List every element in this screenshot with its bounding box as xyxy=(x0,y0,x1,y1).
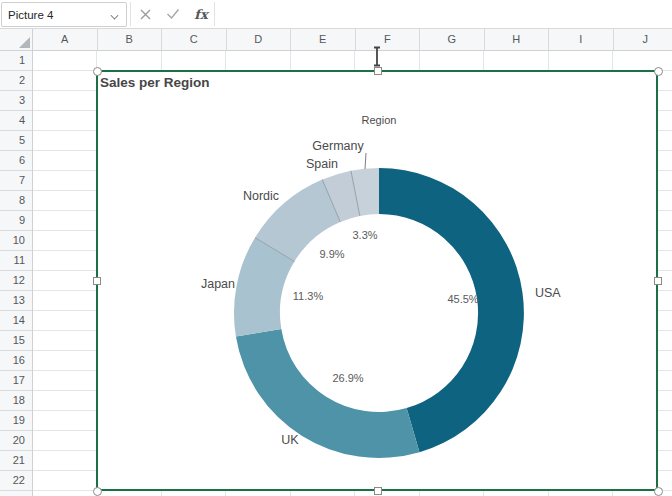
cancel-button[interactable] xyxy=(134,4,156,24)
row-header-3[interactable]: 3 xyxy=(0,91,32,111)
selection-handle-middle-right[interactable] xyxy=(654,277,662,285)
selection-handle-top-right[interactable] xyxy=(654,67,663,76)
row-header-1[interactable]: 1 xyxy=(0,51,32,71)
row-header-6[interactable]: 6 xyxy=(0,151,32,171)
column-header-J[interactable]: J xyxy=(614,29,672,50)
donut-chart[interactable]: Region USA45.5%UK26.9%Japan11.3%Nordic9.… xyxy=(98,72,656,489)
row-header-10[interactable]: 10 xyxy=(0,231,32,251)
row-headers: 12345678910111213141516171819202122 xyxy=(0,51,33,496)
selected-picture[interactable]: Sales per Region Region USA45.5%UK26.9%J… xyxy=(96,70,658,491)
selection-handle-top-left[interactable] xyxy=(93,67,102,76)
divider xyxy=(214,2,215,26)
selection-handle-bottom-right[interactable] xyxy=(654,487,663,496)
column-headers: ABCDEFGHIJ xyxy=(33,29,672,51)
slice-percent-Spain: 3.3% xyxy=(352,229,377,241)
column-header-F[interactable]: F xyxy=(356,29,421,50)
row-header-19[interactable]: 19 xyxy=(0,411,32,431)
enter-button[interactable] xyxy=(162,4,184,24)
slice-percent-Japan: 11.3% xyxy=(293,290,324,302)
slice-percent-USA: 45.5% xyxy=(447,293,478,305)
fx-icon: fx xyxy=(194,7,207,22)
column-header-B[interactable]: B xyxy=(98,29,163,50)
column-header-G[interactable]: G xyxy=(420,29,485,50)
donut-slice-USA[interactable] xyxy=(379,168,524,452)
slice-percent-Nordic: 9.9% xyxy=(319,248,344,260)
slice-label-UK: UK xyxy=(281,433,299,447)
row-header-17[interactable]: 17 xyxy=(0,371,32,391)
germany-leader-line xyxy=(365,153,366,169)
select-all-corner[interactable] xyxy=(0,29,33,51)
row-header-18[interactable]: 18 xyxy=(0,391,32,411)
column-header-I[interactable]: I xyxy=(549,29,614,50)
column-header-H[interactable]: H xyxy=(485,29,550,50)
divider xyxy=(130,2,131,26)
column-header-A[interactable]: A xyxy=(33,29,98,50)
row-header-4[interactable]: 4 xyxy=(0,111,32,131)
slice-label-Germany: Germany xyxy=(312,139,364,153)
row-header-14[interactable]: 14 xyxy=(0,311,32,331)
column-header-D[interactable]: D xyxy=(227,29,292,50)
selection-handle-bottom-left[interactable] xyxy=(93,487,102,496)
row-header-20[interactable]: 20 xyxy=(0,431,32,451)
row-header-13[interactable]: 13 xyxy=(0,291,32,311)
ibeam-cursor xyxy=(371,46,383,67)
column-header-C[interactable]: C xyxy=(162,29,227,50)
row-header-2[interactable]: 2 xyxy=(0,71,32,91)
selection-handle-top-middle[interactable] xyxy=(374,67,382,75)
chart-legend-title: Region xyxy=(362,114,397,126)
row-header-12[interactable]: 12 xyxy=(0,271,32,291)
insert-function-button[interactable]: fx xyxy=(190,4,212,24)
row-header-11[interactable]: 11 xyxy=(0,251,32,271)
slice-label-Nordic: Nordic xyxy=(243,189,279,203)
cancel-icon xyxy=(139,8,152,21)
name-box[interactable]: Picture 4 xyxy=(1,2,127,27)
check-icon xyxy=(166,8,180,20)
formula-input[interactable] xyxy=(216,0,672,28)
selection-handle-middle-left[interactable] xyxy=(93,277,101,285)
slice-label-Japan: Japan xyxy=(201,277,235,291)
chevron-down-icon[interactable] xyxy=(111,11,119,19)
row-header-15[interactable]: 15 xyxy=(0,331,32,351)
formula-bar-row: Picture 4 fx xyxy=(0,0,672,29)
row-header-21[interactable]: 21 xyxy=(0,451,32,471)
column-header-E[interactable]: E xyxy=(291,29,356,50)
name-box-value: Picture 4 xyxy=(2,9,111,21)
selection-handle-bottom-middle[interactable] xyxy=(374,487,382,495)
row-header-16[interactable]: 16 xyxy=(0,351,32,371)
select-all-triangle-icon xyxy=(19,37,30,48)
slice-label-USA: USA xyxy=(535,286,561,300)
slice-label-Spain: Spain xyxy=(306,157,338,171)
slice-percent-UK: 26.9% xyxy=(332,372,363,384)
row-header-7[interactable]: 7 xyxy=(0,171,32,191)
donut-slice-UK[interactable] xyxy=(236,329,420,458)
row-header-8[interactable]: 8 xyxy=(0,191,32,211)
row-header-9[interactable]: 9 xyxy=(0,211,32,231)
row-header-5[interactable]: 5 xyxy=(0,131,32,151)
row-header-22[interactable]: 22 xyxy=(0,471,32,491)
